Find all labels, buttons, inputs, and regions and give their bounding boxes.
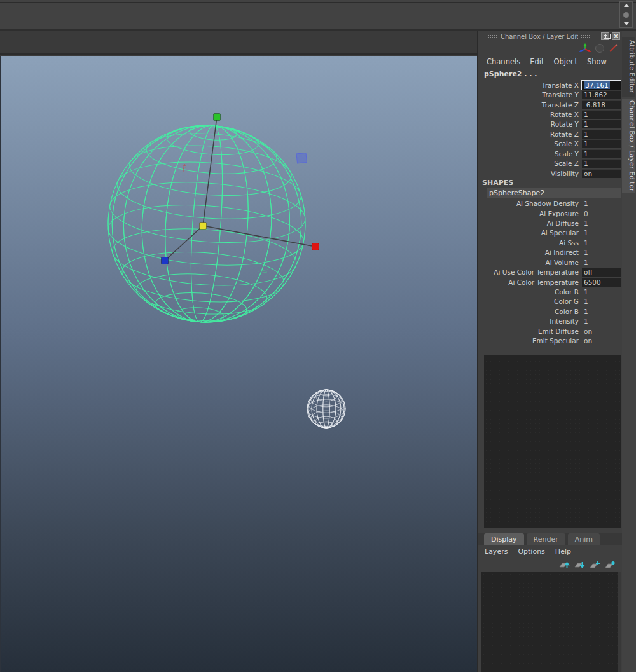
channel-label: Emit Diffuse — [478, 327, 582, 335]
pencil-icon[interactable] — [608, 43, 618, 53]
channel-value-field[interactable]: on — [582, 327, 621, 336]
channel-label: Rotate Y — [478, 120, 582, 128]
channel-row: Color B 1 — [478, 306, 622, 316]
manipulator-handle-z[interactable] — [162, 257, 169, 264]
channel-label: Visibility — [478, 170, 582, 177]
channel-label: Translate Y — [478, 91, 582, 99]
channel-row: Visibility on — [478, 168, 622, 178]
menu-options[interactable]: Options — [518, 547, 544, 556]
menu-layers[interactable]: Layers — [485, 547, 508, 556]
channel-value-field[interactable]: 1 — [582, 159, 621, 168]
shelf-scroll-down-icon[interactable] — [624, 22, 629, 25]
viewport-panel — [0, 31, 478, 672]
move-layer-down-icon[interactable] — [574, 561, 585, 569]
channel-value-field[interactable]: 1 — [582, 248, 621, 257]
shelf-scroll-knob[interactable] — [623, 12, 629, 18]
channel-value-field[interactable]: 1 — [582, 228, 621, 237]
channel-row: Translate Y 11.862 — [478, 90, 622, 99]
layer-editor-tab[interactable]: Display — [484, 533, 524, 545]
shape-name-row[interactable]: pSphereShape2 — [487, 188, 621, 198]
channel-value-field[interactable]: 6500 — [582, 278, 621, 287]
channel-label: Ai Sss — [478, 239, 582, 247]
channel-row: Ai Diffuse 1 — [478, 218, 622, 228]
manipulator-axis-icon[interactable] — [579, 43, 591, 53]
channel-value-field[interactable]: 1 — [582, 120, 621, 128]
channel-box-menubar: Channels Edit Object Show — [478, 55, 622, 69]
shape-channel-list: Ai Shadow Density 1 Ai Exposure 0 Ai Dif… — [478, 198, 622, 346]
channel-box-toolbar — [478, 42, 622, 55]
channel-value-field[interactable]: 0 — [582, 209, 621, 218]
create-layer-assign-selected-icon[interactable] — [605, 561, 616, 569]
tab-attribute-editor[interactable]: Attribute Editor — [622, 37, 635, 97]
channel-value-field[interactable]: 1 — [582, 307, 621, 316]
channel-row: Rotate X 1 — [478, 109, 622, 119]
move-layer-up-icon[interactable] — [559, 561, 570, 569]
viewport-canvas[interactable] — [0, 56, 477, 672]
manipulator-handle-x[interactable] — [312, 243, 319, 250]
channel-label: Ai Shadow Density — [478, 200, 582, 207]
channel-label: Color G — [478, 298, 582, 305]
layer-editor-tab[interactable]: Render — [527, 533, 565, 545]
distant-green-object — [258, 270, 268, 273]
channel-value-field[interactable]: 11.862 — [582, 90, 621, 99]
channel-value-field[interactable]: 1 — [582, 297, 621, 306]
channel-label: Translate X — [478, 81, 582, 89]
menu-channels[interactable]: Channels — [487, 57, 520, 66]
channel-value-field[interactable]: 1 — [582, 219, 621, 228]
channel-value-field[interactable]: 1 — [582, 287, 621, 296]
channel-row: Ai Sss 1 — [478, 238, 622, 247]
channel-value-field[interactable]: 1 — [582, 238, 621, 247]
manipulator-center-handle[interactable] — [200, 223, 207, 230]
channel-row: Rotate Y 1 — [478, 120, 622, 129]
shapes-section-header: SHAPES — [478, 178, 622, 188]
channel-label: Ai Volume — [478, 259, 582, 266]
shelf-scroll-widget — [619, 1, 633, 28]
restore-icon — [604, 35, 607, 39]
small-wireframe-sphere[interactable] — [307, 390, 345, 428]
channel-value-field[interactable]: on — [582, 169, 621, 178]
channel-value-field[interactable]: 1 — [582, 258, 621, 267]
channel-label: Scale Z — [478, 160, 582, 167]
channel-label: Scale X — [478, 140, 582, 147]
channel-row: Scale Z 1 — [478, 159, 622, 168]
layer-editor-tab[interactable]: Anim — [568, 533, 600, 545]
channel-row: Emit Specular on — [478, 336, 622, 346]
manipulator-handle-y[interactable] — [214, 114, 221, 121]
menu-object[interactable]: Object — [554, 57, 577, 66]
panel-drag-handle[interactable] — [480, 34, 498, 39]
scene-svg[interactable] — [1, 56, 477, 672]
sphere-tool-icon[interactable] — [595, 43, 605, 53]
channel-row: Color R 1 — [478, 287, 622, 296]
layer-list[interactable] — [481, 572, 621, 672]
channel-value-field[interactable]: 37.161 — [582, 81, 621, 90]
channel-value-field[interactable]: -6.818 — [582, 100, 621, 109]
channel-value-field[interactable]: on — [582, 336, 621, 345]
create-empty-layer-icon[interactable] — [590, 561, 600, 569]
shelf-scroll-up-icon[interactable] — [624, 4, 629, 7]
menu-show[interactable]: Show — [587, 57, 607, 66]
menu-edit[interactable]: Edit — [530, 57, 544, 66]
channel-value-field[interactable]: 1 — [582, 110, 621, 119]
ghost-cube[interactable] — [296, 153, 307, 163]
channel-row: Ai Use Color Temperature off — [478, 267, 622, 277]
panel-title: Channel Box / Layer Editor — [501, 33, 578, 40]
menu-help[interactable]: Help — [555, 547, 571, 556]
channel-value-field[interactable]: 1 — [582, 199, 621, 208]
channel-row: Ai Indirect 1 — [478, 248, 622, 257]
channel-value-field[interactable]: off — [582, 268, 621, 277]
layer-list-scrollbar[interactable] — [618, 572, 621, 672]
panel-restore-button[interactable] — [601, 32, 609, 40]
object-name[interactable]: pSphere2 . . . — [478, 69, 622, 80]
channel-value-field[interactable]: 1 — [582, 317, 621, 326]
channel-value-field[interactable]: 1 — [582, 139, 621, 148]
channel-label: Ai Exposure — [478, 210, 582, 217]
channel-row: Ai Volume 1 — [478, 257, 622, 267]
channel-value-field[interactable]: 1 — [582, 130, 621, 139]
channel-box-empty-area — [484, 355, 621, 528]
viewport-menubar — [0, 31, 477, 55]
panel-drag-handle[interactable] — [581, 34, 598, 39]
channel-label: Scale Y — [478, 150, 582, 158]
channel-value-field[interactable]: 1 — [582, 149, 621, 158]
tab-channel-box-layer-editor[interactable]: Channel Box / Layer Editor — [622, 99, 635, 193]
panel-close-button[interactable]: × — [612, 32, 620, 40]
